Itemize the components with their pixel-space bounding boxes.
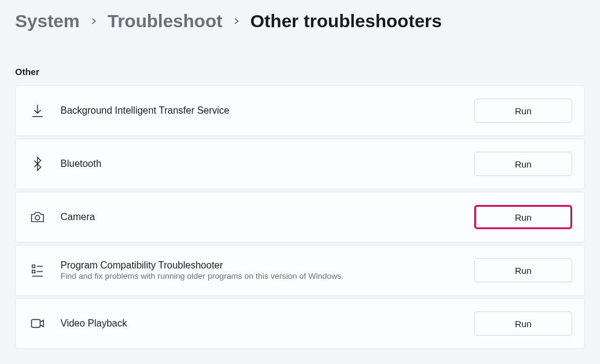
troubleshooter-title: Camera bbox=[60, 212, 474, 223]
run-button[interactable]: Run bbox=[474, 99, 572, 123]
svg-point-0 bbox=[35, 215, 40, 220]
page-title: Other troubleshooters bbox=[250, 11, 442, 31]
troubleshooter-title: Background Intelligent Transfer Service bbox=[60, 105, 474, 116]
troubleshooter-title: Bluetooth bbox=[60, 158, 474, 169]
breadcrumb: System Troubleshoot Other troubleshooter… bbox=[15, 11, 585, 31]
breadcrumb-system[interactable]: System bbox=[15, 11, 80, 31]
run-button[interactable]: Run bbox=[474, 258, 572, 282]
troubleshooter-title: Video Playback bbox=[60, 318, 474, 329]
troubleshooter-bluetooth: Bluetooth Run bbox=[15, 138, 585, 189]
video-icon bbox=[29, 315, 46, 332]
troubleshooter-title: Program Compatibility Troubleshooter bbox=[60, 260, 474, 271]
breadcrumb-troubleshoot[interactable]: Troubleshoot bbox=[108, 11, 223, 31]
troubleshooter-camera: Camera Run bbox=[15, 192, 585, 242]
svg-rect-2 bbox=[32, 270, 34, 273]
chevron-right-icon bbox=[88, 16, 99, 27]
download-icon bbox=[29, 102, 46, 119]
list-icon bbox=[29, 262, 46, 279]
run-button[interactable]: Run bbox=[474, 205, 572, 229]
run-button[interactable]: Run bbox=[474, 311, 572, 336]
chevron-right-icon bbox=[231, 16, 242, 27]
section-other-heading: Other bbox=[15, 67, 585, 77]
camera-icon bbox=[29, 209, 46, 226]
bluetooth-icon bbox=[29, 155, 46, 172]
troubleshooter-bits: Background Intelligent Transfer Service … bbox=[15, 85, 585, 136]
run-button[interactable]: Run bbox=[474, 152, 572, 176]
troubleshooter-program-compatibility: Program Compatibility Troubleshooter Fin… bbox=[15, 245, 585, 296]
troubleshooter-description: Find and fix problems with running older… bbox=[60, 271, 474, 281]
svg-rect-1 bbox=[32, 265, 34, 267]
troubleshooter-video-playback: Video Playback Run bbox=[15, 298, 585, 349]
troubleshooter-list: Background Intelligent Transfer Service … bbox=[15, 85, 585, 349]
svg-rect-3 bbox=[31, 320, 40, 328]
